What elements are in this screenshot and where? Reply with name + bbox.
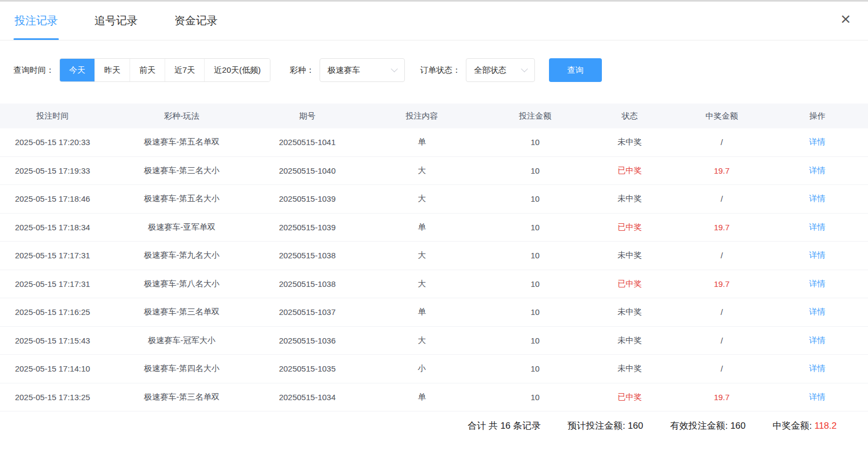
time-filter-group: 今天昨天前天近7天近20天(低频) (59, 58, 270, 82)
close-icon[interactable]: × (840, 10, 851, 28)
bet-amount: 10 (488, 223, 582, 232)
valid-bet-amount: 有效投注金额: 160 (670, 420, 745, 432)
status-badge: 已中奖 (582, 222, 677, 232)
tabs: 投注记录追号记录资金记录 (13, 2, 253, 40)
detail-link[interactable]: 详情 (767, 222, 868, 232)
prize-amount: 19.7 (677, 166, 767, 175)
tab-1[interactable]: 追号记录 (93, 2, 139, 40)
valid-bet-amount-value: 160 (730, 421, 745, 431)
total-prize-value: 118.2 (815, 421, 837, 431)
bet-content: 单 (356, 307, 487, 317)
total-prize-amount: 中奖金额: 118.2 (772, 420, 837, 432)
detail-link[interactable]: 详情 (767, 137, 868, 147)
issue-number: 20250515-1039 (259, 223, 356, 232)
bet-amount: 10 (488, 194, 582, 203)
filter-bar: 查询时间： 今天昨天前天近7天近20天(低频) 彩种： 极速赛车 订单状态： 全… (0, 58, 868, 82)
detail-link[interactable]: 详情 (767, 363, 868, 374)
order-status-label: 订单状态： (420, 65, 460, 76)
time-filter-option[interactable]: 近20天(低频) (205, 59, 270, 81)
tab-2[interactable]: 资金记录 (173, 2, 219, 40)
column-header: 彩种-玩法 (105, 111, 259, 121)
game-play: 极速赛车-第三名单双 (105, 392, 259, 402)
time-filter-option-active[interactable]: 今天 (60, 59, 95, 81)
table-row: 2025-05-15 17:20:33极速赛车-第五名单双20250515-10… (0, 128, 868, 157)
issue-number: 20250515-1035 (259, 364, 356, 373)
bet-amount: 10 (488, 393, 582, 402)
bet-content: 大 (356, 194, 487, 204)
column-header: 投注内容 (356, 111, 487, 121)
issue-number: 20250515-1037 (259, 307, 356, 317)
bet-amount: 10 (488, 307, 582, 317)
expected-bet-amount-value: 160 (628, 421, 643, 431)
game-play: 极速赛车-第四名大小 (105, 363, 259, 374)
lottery-type-label: 彩种： (290, 65, 314, 76)
bet-content: 小 (356, 363, 487, 374)
detail-link[interactable]: 详情 (767, 392, 868, 402)
prize-amount: 19.7 (677, 393, 767, 402)
detail-link[interactable]: 详情 (767, 279, 868, 289)
prize-amount: / (677, 307, 767, 317)
valid-bet-amount-label: 有效投注金额: (670, 421, 728, 431)
status-badge: 已中奖 (582, 392, 677, 402)
query-button[interactable]: 查询 (549, 58, 602, 82)
table-row: 2025-05-15 17:15:43极速赛车-冠军大小20250515-103… (0, 327, 868, 355)
tab-bar: 投注记录追号记录资金记录 × (0, 2, 868, 40)
table-header-row: 投注时间彩种-玩法期号投注内容投注金额状态中奖金额操作 (0, 104, 868, 128)
prize-amount: / (677, 364, 767, 373)
bet-content: 单 (356, 392, 487, 402)
table-row: 2025-05-15 17:19:33极速赛车-第三名大小20250515-10… (0, 157, 868, 186)
status-badge: 已中奖 (582, 279, 677, 289)
column-header: 操作 (767, 111, 868, 121)
status-badge: 未中奖 (582, 335, 677, 346)
column-header: 状态 (582, 111, 677, 121)
detail-link[interactable]: 详情 (767, 335, 868, 346)
game-play: 极速赛车-第三名单双 (105, 307, 259, 317)
table-row: 2025-05-15 17:16:25极速赛车-第三名单双20250515-10… (0, 298, 868, 327)
tab-0-active[interactable]: 投注记录 (13, 2, 59, 40)
issue-number: 20250515-1034 (259, 393, 356, 402)
chevron-down-icon (521, 65, 528, 72)
lottery-type-select[interactable]: 极速赛车 (320, 58, 405, 82)
prize-amount: / (677, 194, 767, 203)
time-filter-option[interactable]: 昨天 (95, 59, 130, 81)
detail-link[interactable]: 详情 (767, 166, 868, 176)
status-badge: 未中奖 (582, 363, 677, 374)
game-play: 极速赛车-第九名大小 (105, 250, 259, 260)
total-prize-label: 中奖金额: (772, 421, 812, 431)
table-row: 2025-05-15 17:17:31极速赛车-第九名大小20250515-10… (0, 242, 868, 270)
expected-bet-amount-label: 预计投注金额: (568, 421, 626, 431)
bet-time: 2025-05-15 17:13:25 (0, 393, 105, 402)
bet-content: 大 (356, 166, 487, 176)
game-play: 极速赛车-第五名单双 (105, 137, 259, 147)
table-row: 2025-05-15 17:17:31极速赛车-第八名大小20250515-10… (0, 270, 868, 299)
status-badge: 未中奖 (582, 137, 677, 147)
detail-link[interactable]: 详情 (767, 194, 868, 204)
time-filter-option[interactable]: 前天 (130, 59, 165, 81)
game-play: 极速赛车-第八名大小 (105, 279, 259, 289)
records-table: 投注时间彩种-玩法期号投注内容投注金额状态中奖金额操作 2025-05-15 1… (0, 104, 868, 411)
table-body: 2025-05-15 17:20:33极速赛车-第五名单双20250515-10… (0, 128, 868, 411)
bet-time: 2025-05-15 17:18:46 (0, 194, 105, 203)
detail-link[interactable]: 详情 (767, 307, 868, 317)
order-status-select[interactable]: 全部状态 (466, 58, 535, 82)
bet-time: 2025-05-15 17:15:43 (0, 336, 105, 345)
bet-content: 大 (356, 250, 487, 260)
bet-amount: 10 (488, 364, 582, 373)
bet-time: 2025-05-15 17:16:25 (0, 307, 105, 317)
total-records-text: 合计 共 16 条记录 (467, 420, 540, 432)
game-play: 极速赛车-亚军单双 (105, 222, 259, 232)
status-badge: 未中奖 (582, 194, 677, 204)
time-filter-option[interactable]: 近7天 (165, 59, 205, 81)
table-row: 2025-05-15 17:14:10极速赛车-第四名大小20250515-10… (0, 355, 868, 383)
issue-number: 20250515-1040 (259, 166, 356, 175)
bet-time: 2025-05-15 17:14:10 (0, 364, 105, 373)
status-badge: 未中奖 (582, 307, 677, 317)
game-play: 极速赛车-第三名大小 (105, 166, 259, 176)
bet-amount: 10 (488, 251, 582, 260)
order-status-value: 全部状态 (474, 65, 506, 76)
table-row: 2025-05-15 17:18:34极速赛车-亚军单双20250515-103… (0, 214, 868, 242)
bet-content: 单 (356, 137, 487, 147)
detail-link[interactable]: 详情 (767, 250, 868, 260)
prize-amount: / (677, 138, 767, 147)
bet-amount: 10 (488, 138, 582, 147)
